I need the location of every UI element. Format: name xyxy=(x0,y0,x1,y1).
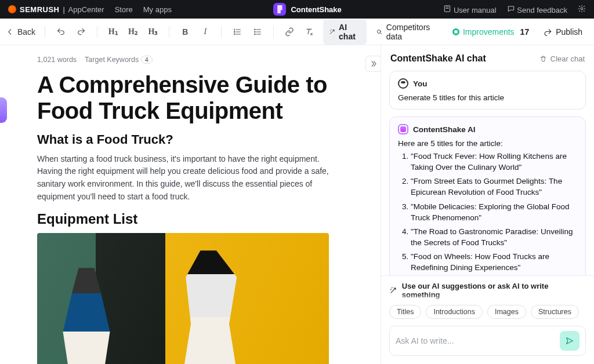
chat-input[interactable] xyxy=(396,336,554,345)
chip-introductions[interactable]: Introductions xyxy=(426,305,483,319)
svg-point-2 xyxy=(254,29,255,30)
search-icon xyxy=(376,28,383,36)
tab-improvements[interactable]: Improvements 17 xyxy=(447,24,535,40)
document-editor[interactable]: 1,021 words Target Keywords 4 A Comprehe… xyxy=(0,45,381,364)
sparkle-wand-icon xyxy=(389,286,397,294)
app-topbar: SEMRUSH | AppCenter Store My apps Conten… xyxy=(0,0,594,19)
chat-msg-ai-intro: Here are 5 titles for the article: xyxy=(398,139,577,148)
contentshake-logo-icon xyxy=(273,3,286,16)
chat-hint: Use our AI suggestions or ask AI to writ… xyxy=(389,282,586,299)
brand-name: SEMRUSH xyxy=(20,5,60,14)
svg-point-5 xyxy=(378,30,381,33)
ordered-list-icon xyxy=(233,27,242,37)
clear-format-icon xyxy=(305,27,314,37)
ai-avatar-icon xyxy=(398,124,408,134)
editor-toolbar: Back H₁ H₂ H₃ B I AI chat Competitors da… xyxy=(0,19,594,45)
chip-structures[interactable]: Structures xyxy=(531,305,579,319)
arrow-left-icon xyxy=(6,28,14,36)
ai-title-4: "The Road to Gastronomic Paradise: Unvei… xyxy=(411,226,577,248)
gear-icon xyxy=(578,5,586,13)
svg-point-3 xyxy=(254,31,255,32)
doc-title[interactable]: A Comprehensive Guide to Food Truck Equi… xyxy=(37,72,368,124)
clear-format-button[interactable] xyxy=(303,25,316,39)
italic-button[interactable]: I xyxy=(199,25,212,39)
wand-icon xyxy=(329,28,335,36)
undo-icon xyxy=(56,27,66,37)
collapse-chat-button[interactable] xyxy=(365,56,381,72)
nav-my-apps[interactable]: My apps xyxy=(143,5,172,14)
redo-button[interactable] xyxy=(75,25,88,39)
left-drawer-handle[interactable] xyxy=(0,97,7,123)
share-arrow-icon xyxy=(544,28,552,36)
target-keywords[interactable]: Target Keywords 4 xyxy=(85,56,153,64)
book-icon xyxy=(443,5,451,13)
doc-h2-1[interactable]: What is a Food Truck? xyxy=(37,132,368,147)
bold-icon: B xyxy=(182,27,188,37)
chip-images[interactable]: Images xyxy=(487,305,526,319)
chat-msg-user-1: You Generate 5 titles for this article xyxy=(389,71,586,110)
chevron-right-double-icon xyxy=(370,60,378,68)
clear-chat-button[interactable]: Clear chat xyxy=(539,54,585,63)
ai-title-5: "Food on Wheels: How Food Trucks are Red… xyxy=(411,251,577,273)
user-avatar-icon xyxy=(398,78,408,89)
semrush-logo-icon xyxy=(8,5,16,13)
trash-icon xyxy=(539,55,547,63)
italic-icon: I xyxy=(204,27,207,37)
tab-ai-chat[interactable]: AI chat xyxy=(323,19,367,45)
send-feedback-link[interactable]: Send feedback xyxy=(507,5,567,14)
doc-meta: 1,021 words Target Keywords 4 xyxy=(37,56,368,64)
keywords-count-pill: 4 xyxy=(141,56,153,64)
heading1-button[interactable]: H₁ xyxy=(107,25,119,39)
svg-rect-0 xyxy=(445,5,450,12)
user-manual-link[interactable]: User manual xyxy=(443,5,496,14)
chat-title: ContentShake AI chat xyxy=(390,53,486,64)
link-button[interactable] xyxy=(283,25,296,39)
send-button[interactable] xyxy=(560,331,579,351)
tab-competitors[interactable]: Competitors data xyxy=(370,19,443,45)
ordered-list-button[interactable] xyxy=(231,25,244,39)
back-button[interactable]: Back xyxy=(6,27,35,37)
doc-paragraph-1[interactable]: When starting a food truck business, it'… xyxy=(37,153,339,203)
chat-msg-ai-1: ContentShake AI Here are 5 titles for th… xyxy=(389,117,586,275)
ai-chat-panel: ContentShake AI chat Clear chat You Gene… xyxy=(381,45,594,364)
publish-button[interactable]: Publish xyxy=(538,24,588,40)
brand-sub: | AppCenter xyxy=(63,5,104,14)
send-icon xyxy=(565,336,574,345)
ai-title-3: "Mobile Delicacies: Exploring the Global… xyxy=(411,201,577,223)
progress-ring-icon xyxy=(452,28,459,35)
doc-image-foodtruck[interactable] xyxy=(37,233,329,364)
settings-button[interactable] xyxy=(578,5,586,14)
brand[interactable]: SEMRUSH | AppCenter xyxy=(8,5,104,14)
app-title: ContentShake xyxy=(273,3,341,16)
redo-icon xyxy=(77,27,86,37)
bold-button[interactable]: B xyxy=(179,25,191,39)
heading2-button[interactable]: H₂ xyxy=(126,25,139,39)
ai-title-1: "Food Truck Fever: How Rolling Kitchens … xyxy=(411,151,577,173)
ai-title-list: "Food Truck Fever: How Rolling Kitchens … xyxy=(398,151,577,274)
ai-title-2: "From Street Eats to Gourmet Delights: T… xyxy=(411,176,577,198)
chat-icon xyxy=(507,5,515,13)
unordered-list-icon xyxy=(253,27,262,37)
svg-point-1 xyxy=(581,8,583,10)
nav-store[interactable]: Store xyxy=(115,5,133,14)
chat-msg-user-1-text: Generate 5 titles for this article xyxy=(398,93,577,102)
word-count: 1,021 words xyxy=(37,56,77,64)
heading3-button[interactable]: H₃ xyxy=(147,25,160,39)
chat-input-area: Use our AI suggestions or ask AI to writ… xyxy=(381,275,594,364)
doc-h2-2[interactable]: Equipment List xyxy=(37,211,368,227)
svg-point-4 xyxy=(254,34,255,34)
undo-button[interactable] xyxy=(55,25,67,39)
link-icon xyxy=(285,27,294,37)
chip-titles[interactable]: Titles xyxy=(389,305,421,319)
unordered-list-button[interactable] xyxy=(251,25,263,39)
